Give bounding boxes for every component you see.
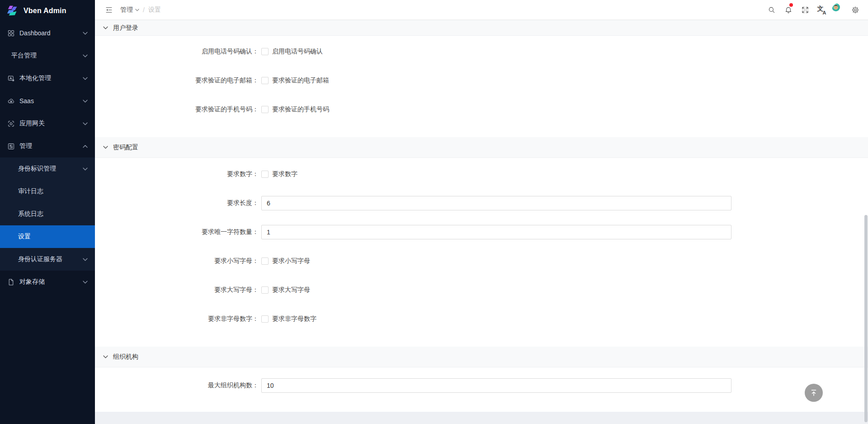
sidebar-item-label: 设置 (18, 233, 88, 241)
checkbox-label[interactable]: 要求数字 (272, 170, 297, 178)
sidebar-item-identity-server[interactable]: 身份认证服务器 (0, 248, 95, 271)
sidebar-item-label: 身份标识管理 (18, 165, 83, 173)
section-header-password-config[interactable]: 密码配置 (95, 137, 868, 158)
field-label: 要求数字： (95, 170, 259, 178)
breadcrumb-item-management[interactable]: 管理 (120, 6, 139, 14)
require-lowercase-checkbox[interactable] (261, 257, 269, 265)
field-label: 要求长度： (95, 199, 259, 207)
breadcrumb-separator: / (143, 6, 145, 14)
form-row: 启用电话号码确认： 启用电话号码确认 (95, 44, 868, 59)
sidebar-item-audit-logs[interactable]: 审计日志 (0, 180, 95, 203)
sidebar-collapse-icon[interactable] (105, 6, 113, 14)
form-row: 要求数字： 要求数字 (95, 167, 868, 181)
field-label: 要求唯一字符数量： (95, 228, 259, 236)
form-row: 要求大写字母： 要求大写字母 (95, 283, 868, 297)
section-header-organization[interactable]: 组织机构 (95, 347, 868, 367)
field-label: 最大组织机构数： (95, 381, 259, 390)
sidebar-item-label: 审计日志 (18, 187, 88, 195)
top-header: 管理 / 设置 文 A (95, 0, 868, 20)
localization-icon (7, 75, 15, 82)
section-title: 组织机构 (113, 353, 138, 361)
field-label: 启用电话号码确认： (95, 48, 259, 56)
sidebar-item-saas[interactable]: Saas (0, 90, 95, 112)
required-unique-chars-input[interactable] (261, 225, 731, 239)
checkbox-label[interactable]: 要求小写字母 (272, 257, 310, 265)
breadcrumb: 管理 / 设置 (120, 6, 161, 14)
avatar-image (832, 3, 840, 11)
require-confirmed-phone-checkbox[interactable] (261, 106, 269, 113)
back-to-top-icon (809, 388, 818, 397)
sidebar-item-label: 应用网关 (19, 119, 83, 128)
field-label: 要求验证的手机号码： (95, 105, 259, 114)
sidebar-item-settings[interactable]: 设置 (0, 225, 95, 248)
require-digit-checkbox[interactable] (261, 171, 269, 178)
require-non-alphanumeric-checkbox[interactable] (261, 315, 269, 323)
management-icon (7, 143, 15, 150)
search-icon (768, 6, 776, 14)
required-length-input[interactable] (261, 196, 731, 210)
sidebar: Vben Admin Dashboard 平台管理 本地化管理 (0, 0, 95, 424)
notification-button[interactable] (780, 0, 797, 20)
sidebar-item-label: Dashboard (19, 29, 83, 37)
gateway-icon (7, 120, 15, 128)
checkbox-label[interactable]: 要求大写字母 (272, 286, 310, 294)
chevron-down-icon (83, 258, 88, 261)
user-menu-button[interactable] (830, 0, 847, 20)
section-password-config: 要求数字： 要求数字 要求长度： 要求唯一字符数量： 要求小写字母： 要求小写字… (95, 158, 868, 347)
chevron-down-icon (83, 100, 88, 103)
sidebar-item-localization[interactable]: 本地化管理 (0, 67, 95, 90)
sidebar-item-label: 本地化管理 (19, 74, 83, 82)
sidebar-item-app-gateway[interactable]: 应用网关 (0, 112, 95, 135)
sidebar-item-system-logs[interactable]: 系统日志 (0, 203, 95, 225)
section-user-login: 启用电话号码确认： 启用电话号码确认 要求验证的电子邮箱： 要求验证的电子邮箱 … (95, 36, 868, 137)
enable-phone-confirm-checkbox[interactable] (261, 48, 269, 55)
require-uppercase-checkbox[interactable] (261, 286, 269, 294)
field-label: 要求小写字母： (95, 257, 259, 265)
fullscreen-icon (801, 6, 809, 14)
section-header-user-login[interactable]: 用户登录 (95, 20, 868, 36)
field-label: 要求非字母数字： (95, 315, 259, 323)
collapse-chevron-icon (103, 26, 108, 29)
sidebar-item-label: 平台管理 (11, 52, 83, 60)
sidebar-item-identity-management[interactable]: 身份标识管理 (0, 157, 95, 180)
section-title: 密码配置 (113, 143, 138, 152)
sidebar-item-dashboard[interactable]: Dashboard (0, 22, 95, 44)
vertical-scrollbar-thumb[interactable] (864, 215, 868, 422)
checkbox-label[interactable]: 启用电话号码确认 (272, 48, 323, 56)
sidebar-item-label: 对象存储 (19, 278, 83, 286)
sidebar-menu: Dashboard 平台管理 本地化管理 Saas (0, 22, 95, 293)
fullscreen-button[interactable] (797, 0, 813, 20)
language-button[interactable]: 文 A (813, 0, 830, 20)
checkbox-label[interactable]: 要求验证的手机号码 (272, 105, 329, 114)
sidebar-item-object-storage[interactable]: 对象存储 (0, 271, 95, 293)
collapse-chevron-icon (103, 146, 108, 149)
translate-icon: 文 A (817, 5, 826, 14)
app-logo[interactable]: Vben Admin (0, 0, 95, 22)
app-title: Vben Admin (24, 7, 66, 15)
form-row: 要求唯一字符数量： (95, 225, 868, 239)
header-actions: 文 A (763, 0, 868, 20)
require-confirmed-email-checkbox[interactable] (261, 77, 269, 84)
chevron-down-icon (135, 9, 139, 11)
sidebar-item-platform-management[interactable]: 平台管理 (0, 44, 95, 67)
sidebar-item-label: 身份认证服务器 (18, 255, 83, 263)
file-icon (7, 278, 15, 286)
collapse-chevron-icon (103, 355, 108, 358)
back-to-top-button[interactable] (805, 384, 823, 402)
search-button[interactable] (763, 0, 780, 20)
management-submenu: 身份标识管理 审计日志 系统日志 设置 身份认证服务器 (0, 157, 95, 271)
sidebar-item-label: 系统日志 (18, 210, 88, 218)
chevron-down-icon (83, 32, 88, 35)
form-row: 要求小写字母： 要求小写字母 (95, 254, 868, 268)
settings-button[interactable] (847, 0, 863, 20)
field-label: 要求大写字母： (95, 286, 259, 294)
checkbox-label[interactable]: 要求非字母数字 (272, 315, 316, 323)
notification-badge (789, 3, 793, 7)
field-label: 要求验证的电子邮箱： (95, 76, 259, 85)
chevron-down-icon (83, 281, 88, 284)
avatar (832, 3, 845, 17)
sidebar-item-management[interactable]: 管理 (0, 135, 95, 157)
bell-icon (784, 6, 793, 14)
checkbox-label[interactable]: 要求验证的电子邮箱 (272, 76, 329, 85)
max-organization-units-input[interactable] (261, 378, 731, 393)
